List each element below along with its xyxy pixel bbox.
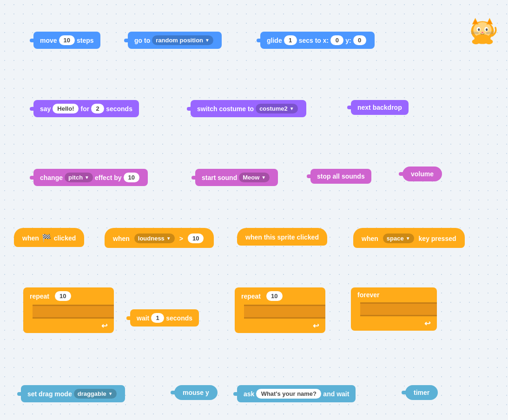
say-for-label: for [80, 105, 89, 113]
effect-dropdown[interactable]: pitch ▼ [65, 173, 93, 182]
repeat-arrow-2: ↩ [313, 321, 319, 330]
set-drag-label: set drag mode [27, 390, 72, 398]
key-pressed-label: key pressed [419, 235, 456, 242]
loudness-val[interactable]: 10 [188, 233, 204, 243]
glide-secs[interactable]: 1 [284, 35, 297, 45]
stop-all-sounds-block[interactable]: stop all sounds [310, 169, 371, 184]
say-block[interactable]: say Hello! for 2 seconds [33, 100, 139, 117]
wait-seconds-label: seconds [166, 314, 192, 322]
repeat-arrow-1: ↩ [101, 321, 107, 330]
sound-dropdown[interactable]: Meow ▼ [239, 173, 270, 182]
repeat-block-2[interactable]: repeat 10 ↩ [235, 287, 325, 333]
change-effect-block[interactable]: change pitch ▼ effect by 10 [33, 169, 148, 186]
when-label1: when [22, 234, 39, 242]
volume-block[interactable]: volume [402, 167, 442, 181]
when-sprite-clicked-block[interactable]: when this sprite clicked [237, 228, 327, 246]
switch-costume-label: switch costume to [197, 105, 254, 113]
when-label2: when [113, 235, 130, 242]
timer-label: timer [414, 389, 429, 396]
repeat-label-1: repeat [30, 293, 49, 300]
glide-x-label: secs to x: [299, 37, 329, 44]
repeat-val-1[interactable]: 10 [55, 291, 71, 301]
say-seconds-label: seconds [106, 105, 132, 113]
clicked-label: clicked [54, 234, 76, 242]
repeat-block-1[interactable]: repeat 10 ↩ [23, 287, 114, 333]
svg-point-9 [486, 28, 488, 31]
costume-dropdown[interactable]: costume2 ▼ [256, 104, 298, 113]
when-flag-clicked-block[interactable]: when 🏁 clicked [14, 228, 84, 247]
move-label: move [40, 37, 57, 44]
glide-block[interactable]: glide 1 secs to x: 0 y: 0 [260, 32, 375, 49]
repeat-val-2[interactable]: 10 [266, 291, 282, 301]
loudness-dropdown[interactable]: loudness ▼ [134, 233, 175, 243]
repeat-label-2: repeat [241, 293, 261, 300]
next-backdrop-block[interactable]: next backdrop [351, 100, 409, 115]
change-label: change [40, 174, 63, 181]
key-dropdown[interactable]: space ▼ [383, 233, 414, 243]
glide-y-label: y: [345, 37, 351, 44]
timer-block[interactable]: timer [405, 385, 438, 400]
when-key-label: when [362, 235, 378, 242]
start-sound-block[interactable]: start sound Meow ▼ [195, 169, 278, 186]
mouse-y-block[interactable]: mouse y [174, 385, 218, 400]
ask-block[interactable]: ask What's your name? and wait [237, 385, 356, 402]
move-steps-block[interactable]: move 10 steps [33, 32, 100, 49]
switch-costume-block[interactable]: switch costume to costume2 ▼ [191, 100, 306, 117]
svg-point-10 [482, 32, 483, 33]
svg-point-16 [472, 39, 480, 44]
wait-label: wait [137, 314, 149, 322]
ask-value[interactable]: What's your name? [256, 389, 321, 399]
glide-x-val[interactable]: 0 [330, 35, 343, 45]
forever-arrow: ↩ [424, 319, 430, 328]
say-value[interactable]: Hello! [53, 104, 79, 113]
effect-val[interactable]: 10 [124, 173, 139, 182]
say-label: say [40, 105, 51, 113]
ask-label: ask [244, 390, 254, 398]
steps-label: steps [77, 37, 94, 44]
forever-block[interactable]: forever ↩ [351, 287, 437, 331]
position-dropdown[interactable]: random position ▼ [152, 35, 213, 45]
and-wait-label: and wait [323, 390, 349, 398]
glide-y-val[interactable]: 0 [353, 35, 366, 45]
forever-label: forever [357, 291, 379, 299]
drag-mode-dropdown[interactable]: draggable ▼ [74, 389, 117, 399]
volume-label: volume [411, 170, 434, 178]
svg-point-17 [485, 39, 493, 44]
when-sprite-label: when this sprite clicked [245, 233, 319, 241]
steps-value[interactable]: 10 [59, 35, 75, 45]
effect-by-label: effect by [95, 174, 122, 181]
svg-point-8 [478, 28, 480, 31]
mouse-y-label: mouse y [183, 389, 209, 396]
glide-label: glide [267, 37, 282, 44]
goto-block[interactable]: go to random position ▼ [128, 32, 222, 49]
when-key-pressed-block[interactable]: when space ▼ key pressed [353, 228, 465, 248]
wait-val[interactable]: 1 [151, 313, 164, 323]
when-loudness-block[interactable]: when loudness ▼ > 10 [105, 228, 214, 248]
flag-icon: 🏁 [42, 233, 51, 242]
gt-op: > [179, 235, 183, 242]
start-sound-label: start sound [202, 174, 237, 181]
stop-all-sounds-label: stop all sounds [317, 173, 365, 180]
set-drag-mode-block[interactable]: set drag mode draggable ▼ [21, 385, 125, 402]
wait-block[interactable]: wait 1 seconds [130, 309, 199, 327]
next-backdrop-label: next backdrop [357, 104, 402, 111]
scratch-cat [466, 13, 499, 47]
say-seconds-val[interactable]: 2 [91, 104, 104, 113]
goto-label: go to [134, 37, 150, 44]
